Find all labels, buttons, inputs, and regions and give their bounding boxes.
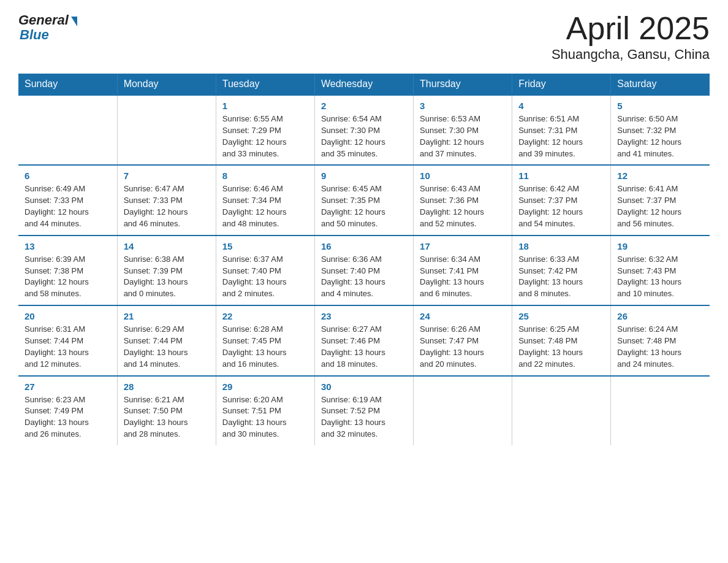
day-number: 4 <box>518 101 604 111</box>
day-info: Sunrise: 6:26 AM Sunset: 7:47 PM Dayligh… <box>420 324 506 370</box>
logo-triangle-icon <box>71 17 77 26</box>
weekday-header-saturday: Saturday <box>611 74 710 95</box>
day-info: Sunrise: 6:33 AM Sunset: 7:42 PM Dayligh… <box>518 254 604 300</box>
calendar-cell: 3Sunrise: 6:53 AM Sunset: 7:30 PM Daylig… <box>414 95 512 165</box>
location-text: Shuangcha, Gansu, China <box>552 47 710 63</box>
day-info: Sunrise: 6:19 AM Sunset: 7:52 PM Dayligh… <box>321 394 407 440</box>
day-number: 26 <box>617 311 703 321</box>
day-number: 23 <box>321 311 407 321</box>
day-number: 28 <box>124 381 210 392</box>
calendar-cell: 4Sunrise: 6:51 AM Sunset: 7:31 PM Daylig… <box>512 95 611 165</box>
day-number: 7 <box>124 170 210 181</box>
calendar-cell: 28Sunrise: 6:21 AM Sunset: 7:50 PM Dayli… <box>117 376 216 445</box>
calendar-cell: 9Sunrise: 6:45 AM Sunset: 7:35 PM Daylig… <box>314 165 413 235</box>
weekday-header-tuesday: Tuesday <box>216 74 314 95</box>
calendar-cell: 26Sunrise: 6:24 AM Sunset: 7:48 PM Dayli… <box>611 305 710 375</box>
logo-blue-text: Blue <box>18 27 49 43</box>
day-number: 25 <box>518 311 604 321</box>
day-info: Sunrise: 6:23 AM Sunset: 7:49 PM Dayligh… <box>25 394 111 440</box>
day-number: 17 <box>420 241 506 251</box>
calendar-cell <box>117 95 216 165</box>
day-info: Sunrise: 6:28 AM Sunset: 7:45 PM Dayligh… <box>222 324 308 370</box>
weekday-header-thursday: Thursday <box>414 74 512 95</box>
calendar-cell: 25Sunrise: 6:25 AM Sunset: 7:48 PM Dayli… <box>512 305 611 375</box>
day-info: Sunrise: 6:49 AM Sunset: 7:33 PM Dayligh… <box>25 183 111 229</box>
day-info: Sunrise: 6:27 AM Sunset: 7:46 PM Dayligh… <box>321 324 407 370</box>
day-number: 12 <box>617 170 703 181</box>
calendar-cell: 5Sunrise: 6:50 AM Sunset: 7:32 PM Daylig… <box>611 95 710 165</box>
day-info: Sunrise: 6:54 AM Sunset: 7:30 PM Dayligh… <box>321 113 407 159</box>
day-info: Sunrise: 6:55 AM Sunset: 7:29 PM Dayligh… <box>222 113 308 159</box>
calendar-cell: 18Sunrise: 6:33 AM Sunset: 7:42 PM Dayli… <box>512 236 611 305</box>
day-number: 21 <box>124 311 210 321</box>
calendar-cell: 21Sunrise: 6:29 AM Sunset: 7:44 PM Dayli… <box>117 305 216 375</box>
day-number: 10 <box>420 170 506 181</box>
day-info: Sunrise: 6:51 AM Sunset: 7:31 PM Dayligh… <box>518 113 604 159</box>
weekday-header-monday: Monday <box>117 74 216 95</box>
day-info: Sunrise: 6:38 AM Sunset: 7:39 PM Dayligh… <box>124 254 210 300</box>
page-header: General Blue April 2025 Shuangcha, Gansu… <box>18 12 710 63</box>
day-info: Sunrise: 6:43 AM Sunset: 7:36 PM Dayligh… <box>420 183 506 229</box>
calendar-cell <box>414 376 512 445</box>
calendar-cell: 22Sunrise: 6:28 AM Sunset: 7:45 PM Dayli… <box>216 305 314 375</box>
day-info: Sunrise: 6:39 AM Sunset: 7:38 PM Dayligh… <box>25 254 111 300</box>
calendar-cell: 24Sunrise: 6:26 AM Sunset: 7:47 PM Dayli… <box>414 305 512 375</box>
calendar-cell <box>18 95 117 165</box>
day-number: 27 <box>25 381 111 392</box>
day-number: 11 <box>518 170 604 181</box>
calendar-body: 1Sunrise: 6:55 AM Sunset: 7:29 PM Daylig… <box>18 95 710 445</box>
day-info: Sunrise: 6:53 AM Sunset: 7:30 PM Dayligh… <box>420 113 506 159</box>
calendar-week-2: 6Sunrise: 6:49 AM Sunset: 7:33 PM Daylig… <box>18 165 710 235</box>
calendar-cell: 11Sunrise: 6:42 AM Sunset: 7:37 PM Dayli… <box>512 165 611 235</box>
day-number: 18 <box>518 241 604 251</box>
calendar-cell: 27Sunrise: 6:23 AM Sunset: 7:49 PM Dayli… <box>18 376 117 445</box>
weekday-header-wednesday: Wednesday <box>314 74 413 95</box>
calendar-week-3: 13Sunrise: 6:39 AM Sunset: 7:38 PM Dayli… <box>18 236 710 305</box>
day-number: 24 <box>420 311 506 321</box>
day-info: Sunrise: 6:32 AM Sunset: 7:43 PM Dayligh… <box>617 254 703 300</box>
calendar-cell: 29Sunrise: 6:20 AM Sunset: 7:51 PM Dayli… <box>216 376 314 445</box>
calendar-cell: 13Sunrise: 6:39 AM Sunset: 7:38 PM Dayli… <box>18 236 117 305</box>
day-info: Sunrise: 6:41 AM Sunset: 7:37 PM Dayligh… <box>617 183 703 229</box>
calendar-week-5: 27Sunrise: 6:23 AM Sunset: 7:49 PM Dayli… <box>18 376 710 445</box>
calendar-cell: 2Sunrise: 6:54 AM Sunset: 7:30 PM Daylig… <box>314 95 413 165</box>
day-number: 3 <box>420 101 506 111</box>
calendar-cell: 19Sunrise: 6:32 AM Sunset: 7:43 PM Dayli… <box>611 236 710 305</box>
calendar-cell: 16Sunrise: 6:36 AM Sunset: 7:40 PM Dayli… <box>314 236 413 305</box>
day-info: Sunrise: 6:20 AM Sunset: 7:51 PM Dayligh… <box>222 394 308 440</box>
day-info: Sunrise: 6:31 AM Sunset: 7:44 PM Dayligh… <box>25 324 111 370</box>
day-info: Sunrise: 6:42 AM Sunset: 7:37 PM Dayligh… <box>518 183 604 229</box>
logo: General Blue <box>18 12 77 43</box>
day-number: 13 <box>25 241 111 251</box>
calendar-cell: 1Sunrise: 6:55 AM Sunset: 7:29 PM Daylig… <box>216 95 314 165</box>
logo-general-text: General <box>18 12 69 28</box>
day-info: Sunrise: 6:24 AM Sunset: 7:48 PM Dayligh… <box>617 324 703 370</box>
day-info: Sunrise: 6:36 AM Sunset: 7:40 PM Dayligh… <box>321 254 407 300</box>
day-number: 19 <box>617 241 703 251</box>
day-number: 2 <box>321 101 407 111</box>
calendar-cell: 20Sunrise: 6:31 AM Sunset: 7:44 PM Dayli… <box>18 305 117 375</box>
day-info: Sunrise: 6:37 AM Sunset: 7:40 PM Dayligh… <box>222 254 308 300</box>
day-number: 5 <box>617 101 703 111</box>
month-title: April 2025 <box>552 12 710 44</box>
calendar-cell: 14Sunrise: 6:38 AM Sunset: 7:39 PM Dayli… <box>117 236 216 305</box>
day-info: Sunrise: 6:21 AM Sunset: 7:50 PM Dayligh… <box>124 394 210 440</box>
calendar-cell: 8Sunrise: 6:46 AM Sunset: 7:34 PM Daylig… <box>216 165 314 235</box>
day-number: 29 <box>222 381 308 392</box>
calendar-table: SundayMondayTuesdayWednesdayThursdayFrid… <box>18 74 710 445</box>
weekday-header-sunday: Sunday <box>18 74 117 95</box>
day-number: 30 <box>321 381 407 392</box>
calendar-cell: 7Sunrise: 6:47 AM Sunset: 7:33 PM Daylig… <box>117 165 216 235</box>
calendar-week-4: 20Sunrise: 6:31 AM Sunset: 7:44 PM Dayli… <box>18 305 710 375</box>
day-number: 15 <box>222 241 308 251</box>
calendar-cell: 23Sunrise: 6:27 AM Sunset: 7:46 PM Dayli… <box>314 305 413 375</box>
day-info: Sunrise: 6:47 AM Sunset: 7:33 PM Dayligh… <box>124 183 210 229</box>
day-number: 1 <box>222 101 308 111</box>
day-info: Sunrise: 6:45 AM Sunset: 7:35 PM Dayligh… <box>321 183 407 229</box>
day-info: Sunrise: 6:25 AM Sunset: 7:48 PM Dayligh… <box>518 324 604 370</box>
day-info: Sunrise: 6:34 AM Sunset: 7:41 PM Dayligh… <box>420 254 506 300</box>
calendar-cell <box>611 376 710 445</box>
calendar-cell: 17Sunrise: 6:34 AM Sunset: 7:41 PM Dayli… <box>414 236 512 305</box>
day-number: 9 <box>321 170 407 181</box>
calendar-week-1: 1Sunrise: 6:55 AM Sunset: 7:29 PM Daylig… <box>18 95 710 165</box>
